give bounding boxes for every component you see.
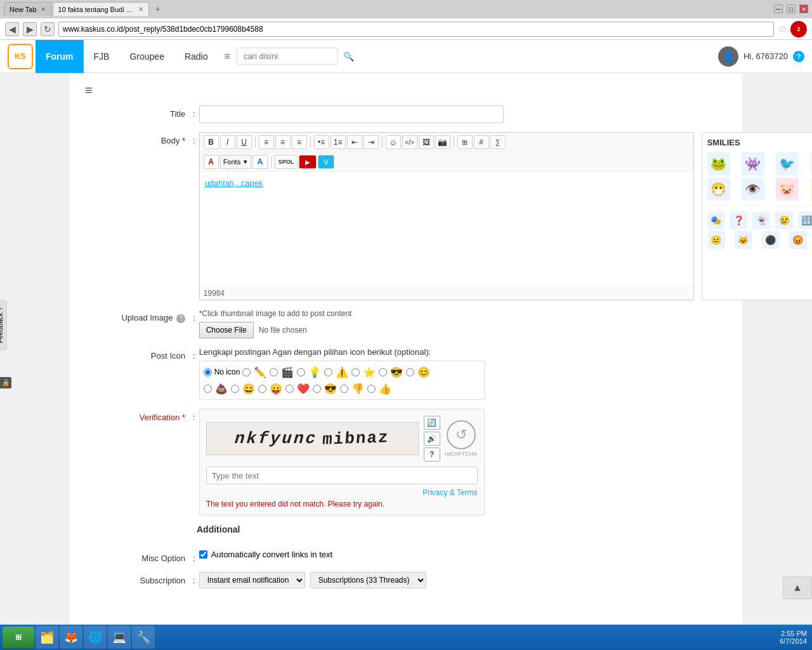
icon-bulb[interactable]: 💡 bbox=[308, 365, 322, 379]
outdent-btn[interactable]: ⇤ bbox=[347, 135, 362, 149]
icon-radio-film[interactable] bbox=[270, 368, 278, 376]
image-btn[interactable]: 🖼 bbox=[419, 135, 434, 149]
upload-info-icon[interactable]: ? bbox=[176, 314, 185, 323]
kaskus-logo[interactable]: KS bbox=[8, 44, 33, 69]
captcha-privacy-link[interactable]: Privacy & Terms bbox=[206, 488, 478, 497]
icon-radio-smile[interactable] bbox=[406, 368, 414, 376]
smiley-17[interactable]: ⚫ bbox=[762, 231, 780, 249]
captcha-help-btn[interactable]: ? bbox=[424, 448, 440, 461]
refresh-btn[interactable]: ↻ bbox=[41, 22, 55, 36]
back-btn[interactable]: ◀ bbox=[5, 22, 19, 36]
smiley-3[interactable]: 🐦 bbox=[776, 152, 799, 175]
body-link[interactable]: udahlah,. capek bbox=[205, 178, 263, 188]
underline-btn[interactable]: U bbox=[237, 135, 252, 149]
maximize-btn[interactable]: □ bbox=[787, 4, 796, 13]
youtube-btn[interactable]: ▶ bbox=[299, 155, 317, 169]
icon-poop[interactable]: 💩 bbox=[214, 381, 228, 395]
special-btn[interactable]: ∑ bbox=[490, 135, 506, 149]
icon-radio-pencil[interactable] bbox=[242, 368, 251, 376]
code-btn[interactable]: </> bbox=[402, 135, 417, 149]
icon-radio-tongue[interactable] bbox=[258, 385, 266, 393]
smiley-11[interactable]: 👻 bbox=[752, 211, 770, 229]
tab-close-main[interactable]: ✕ bbox=[138, 6, 143, 13]
align-center-btn[interactable]: ≡ bbox=[275, 135, 291, 149]
icon-radio-none[interactable] bbox=[204, 368, 212, 376]
tab-main[interactable]: 10 fakta tentang Budi And... ✕ bbox=[53, 2, 149, 16]
italic-btn[interactable]: I bbox=[220, 135, 235, 149]
smiley-5[interactable]: 😷 bbox=[707, 178, 730, 201]
smiley-8[interactable]: 🌟 bbox=[810, 178, 812, 201]
icon-radio-heart[interactable] bbox=[285, 385, 294, 393]
tab-new[interactable]: New Tab ✕ bbox=[4, 2, 51, 16]
smiley-13[interactable]: 🔢 bbox=[798, 211, 812, 229]
taskbar-folder-icon[interactable]: 💻 bbox=[108, 626, 131, 635]
close-btn[interactable]: ✕ bbox=[799, 4, 808, 13]
icon-radio-sunglasses[interactable] bbox=[379, 368, 387, 376]
list-ul-btn[interactable]: •≡ bbox=[314, 135, 329, 149]
start-btn[interactable]: ⊞ bbox=[3, 627, 34, 635]
misc-checkbox[interactable] bbox=[199, 550, 207, 559]
icon-radio-thumbup[interactable] bbox=[367, 385, 376, 393]
misc-checkbox-label[interactable]: Automatically convert links in text bbox=[199, 550, 727, 559]
smiley-10[interactable]: ❓ bbox=[730, 211, 747, 229]
captcha-input[interactable] bbox=[206, 467, 478, 484]
smiley-9[interactable]: 🎭 bbox=[707, 211, 725, 229]
icon-radio-poop[interactable] bbox=[204, 385, 212, 393]
nav-forum[interactable]: Forum bbox=[36, 40, 84, 73]
smiley-18[interactable]: 😡 bbox=[789, 231, 807, 249]
hash-btn[interactable]: # bbox=[474, 135, 489, 149]
search-input[interactable] bbox=[237, 48, 338, 65]
extension-icon[interactable]: 2 bbox=[790, 21, 807, 37]
smiley-15[interactable]: 😐 bbox=[707, 231, 725, 249]
choose-file-btn[interactable]: Choose File bbox=[199, 322, 254, 338]
icon-sunglasses[interactable]: 😎 bbox=[390, 365, 403, 379]
smiley-7[interactable]: 🐷 bbox=[776, 178, 799, 201]
minimize-btn[interactable]: ─ bbox=[774, 4, 783, 13]
icon-warning[interactable]: ⚠️ bbox=[335, 365, 349, 379]
spoiler-btn[interactable]: SPOL bbox=[275, 155, 298, 169]
icon-smile[interactable]: 😊 bbox=[417, 365, 431, 379]
smiley-1[interactable]: 🐸 bbox=[707, 152, 730, 175]
align-right-btn[interactable]: ≡ bbox=[292, 135, 307, 149]
icon-star[interactable]: ⭐ bbox=[362, 365, 376, 379]
taskbar-chrome-icon[interactable]: 🌐 bbox=[84, 626, 107, 635]
smiley-6[interactable]: 👁️ bbox=[742, 178, 764, 201]
image2-btn[interactable]: 📷 bbox=[435, 135, 450, 149]
font-size-btn[interactable]: A bbox=[252, 155, 268, 169]
hamburger-icon[interactable]: ≡ bbox=[218, 46, 237, 67]
icon-radio-warning[interactable] bbox=[324, 368, 332, 376]
taskbar-firefox-icon[interactable]: 🦊 bbox=[60, 626, 82, 635]
icon-radio-cool2[interactable] bbox=[313, 385, 321, 393]
icon-radio-happy2[interactable] bbox=[231, 385, 239, 393]
scroll-up-btn[interactable]: ▲ bbox=[783, 576, 812, 599]
icon-happy2[interactable]: 😄 bbox=[242, 381, 256, 395]
content-hamburger-btn[interactable]: ≡ bbox=[85, 83, 93, 98]
nav-groupee[interactable]: Groupee bbox=[119, 40, 174, 73]
smiley-12[interactable]: 😢 bbox=[775, 211, 793, 229]
smiley-16[interactable]: 🐱 bbox=[735, 231, 752, 249]
icon-heart[interactable]: ❤️ bbox=[296, 381, 310, 395]
icon-radio-thumbdown[interactable] bbox=[340, 385, 348, 393]
font-color-btn[interactable]: A bbox=[204, 155, 219, 169]
table-btn[interactable]: ⊞ bbox=[457, 135, 473, 149]
smiley-4[interactable]: 🔄 bbox=[810, 152, 812, 175]
icon-cool2[interactable]: 😎 bbox=[324, 381, 337, 395]
smiley-2[interactable]: 👾 bbox=[742, 152, 764, 175]
nav-fjb[interactable]: FJB bbox=[84, 40, 120, 73]
captcha-audio-btn[interactable]: 🔊 bbox=[424, 432, 440, 446]
icon-film[interactable]: 🎬 bbox=[280, 365, 294, 379]
bold-btn[interactable]: B bbox=[204, 135, 219, 149]
new-tab-btn[interactable]: + bbox=[150, 2, 166, 16]
forward-btn[interactable]: ▶ bbox=[23, 22, 37, 36]
bookmark-icon[interactable]: ☆ bbox=[778, 23, 787, 35]
subscription-dropdown2[interactable]: Subscriptions (33 Threads) bbox=[310, 572, 426, 588]
title-input[interactable] bbox=[199, 105, 504, 123]
emoticon-btn[interactable]: ☺ bbox=[386, 135, 401, 149]
captcha-refresh-btn[interactable]: 🔄 bbox=[424, 416, 440, 430]
feedback-tab[interactable]: Feedback ? bbox=[0, 300, 7, 350]
icon-thumbup[interactable]: 👍 bbox=[378, 381, 392, 395]
icon-radio-star[interactable] bbox=[351, 368, 360, 376]
icon-thumbdown[interactable]: 👎 bbox=[351, 381, 365, 395]
recaptcha-logo[interactable]: ↺ bbox=[447, 420, 476, 449]
tab-close-new[interactable]: ✕ bbox=[41, 6, 46, 13]
